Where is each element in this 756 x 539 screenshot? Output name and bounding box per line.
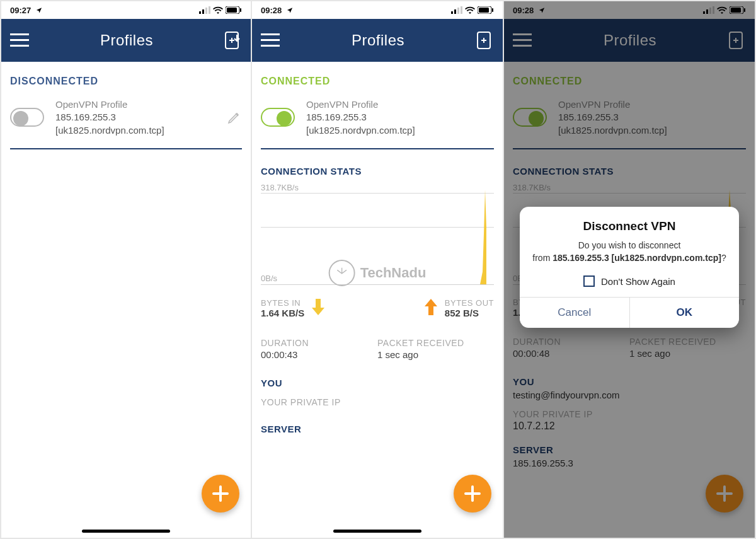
private-ip-block: YOUR PRIVATE IP (261, 397, 494, 407)
chart-max: 318.7KB/s (261, 183, 299, 192)
svg-rect-5 (227, 8, 237, 13)
svg-rect-16 (479, 8, 489, 13)
svg-rect-13 (457, 8, 459, 14)
profile-text: OpenVPN Profile 185.169.255.3 [uk1825.no… (306, 98, 494, 137)
bytes-out: BYTES OUT 852 B/S (423, 298, 494, 319)
location-icon (287, 6, 293, 15)
svg-rect-8 (10, 39, 29, 41)
profile-row[interactable]: OpenVPN Profile 185.169.255.3 [uk1825.no… (10, 98, 242, 149)
nav-title: Profiles (29, 32, 224, 49)
connection-status: CONNECTED (261, 76, 494, 87)
status-time: 09:28 (261, 6, 282, 15)
ios-status-bar: 09:28 (252, 1, 503, 19)
ok-button[interactable]: OK (629, 298, 740, 328)
profile-type: OpenVPN Profile (306, 98, 494, 111)
traffic-spike (467, 190, 493, 284)
battery-icon (478, 6, 494, 14)
svg-rect-2 (205, 8, 207, 14)
svg-rect-1 (202, 9, 204, 14)
add-fab[interactable] (202, 475, 239, 513)
dialog-title: Disconnect VPN (531, 219, 728, 233)
nav-bar: Profiles (252, 19, 503, 62)
vpn-toggle[interactable] (10, 108, 44, 127)
upload-icon (423, 298, 438, 319)
svg-rect-9 (10, 45, 29, 47)
nav-title: Profiles (280, 32, 476, 49)
menu-icon[interactable] (10, 33, 29, 47)
menu-icon[interactable] (261, 33, 280, 47)
dont-show-check[interactable]: Don't Show Again (531, 275, 728, 287)
import-icon[interactable] (476, 31, 494, 50)
svg-rect-19 (261, 39, 280, 41)
home-indicator[interactable] (82, 530, 170, 533)
content: CONNECTED OpenVPN Profile 185.169.255.3 … (252, 62, 503, 538)
profile-row[interactable]: OpenVPN Profile 185.169.255.3 [uk1825.no… (261, 98, 494, 149)
profile-type: OpenVPN Profile (55, 98, 227, 111)
profile-host: [uk1825.nordvpn.com.tcp] (306, 124, 494, 137)
svg-rect-11 (451, 11, 453, 14)
profile-text: OpenVPN Profile 185.169.255.3 [uk1825.no… (55, 98, 227, 137)
profile-host: [uk1825.nordvpn.com.tcp] (55, 124, 227, 137)
status-time: 09:27 (10, 6, 31, 15)
checkbox-icon[interactable] (583, 275, 595, 287)
add-fab[interactable] (454, 475, 491, 513)
screen-disconnected: 09:27 Profiles DISCONNECTED OpenVPN Prof… (0, 0, 252, 539)
svg-rect-14 (461, 6, 462, 14)
server-block: SERVER (261, 424, 494, 434)
connection-status: DISCONNECTED (10, 76, 242, 87)
battery-icon (226, 6, 242, 14)
bytes-in: BYTES IN 1.64 KB/S (261, 298, 326, 319)
dialog-message: Do you wish to disconnect from 185.169.2… (531, 240, 728, 264)
stats-header: CONNECTION STATS (261, 166, 494, 177)
chart-min: 0B/s (261, 274, 277, 283)
svg-marker-22 (474, 190, 493, 284)
wifi-icon (213, 6, 223, 14)
svg-rect-6 (240, 8, 241, 12)
profile-ip: 185.169.255.3 (55, 111, 227, 124)
nav-bar: Profiles (1, 19, 251, 62)
svg-rect-12 (454, 9, 456, 14)
screen-connected: TechNadu 09:28 Profiles CONNECTED OpenVP… (252, 0, 504, 539)
you-block: YOU (261, 378, 494, 388)
screen-dialog: 09:28 Profiles CONNECTED OpenVPN Profile… (504, 0, 756, 539)
edit-icon[interactable] (227, 110, 242, 125)
duration-block: DURATION 00:00:43 (261, 338, 377, 360)
import-icon[interactable] (224, 31, 242, 50)
vpn-toggle[interactable] (261, 108, 295, 127)
svg-rect-18 (261, 33, 280, 35)
svg-rect-0 (199, 11, 201, 14)
packet-block: PACKET RECEIVED 1 sec ago (377, 338, 494, 360)
home-indicator[interactable] (333, 530, 421, 533)
svg-rect-3 (209, 6, 210, 14)
svg-rect-20 (261, 45, 280, 47)
cancel-button[interactable]: Cancel (520, 298, 629, 328)
location-icon (36, 6, 42, 15)
download-icon (311, 298, 326, 319)
signal-icon (451, 6, 462, 14)
disconnect-dialog: Disconnect VPN Do you wish to disconnect… (520, 207, 739, 328)
svg-rect-17 (492, 8, 493, 12)
content: DISCONNECTED OpenVPN Profile 185.169.255… (1, 62, 251, 538)
wifi-icon (465, 6, 475, 14)
traffic-chart: 318.7KB/s 0B/s (261, 184, 494, 285)
signal-icon (199, 6, 210, 14)
ios-status-bar: 09:27 (1, 1, 251, 19)
svg-rect-7 (10, 33, 29, 35)
profile-ip: 185.169.255.3 (306, 111, 494, 124)
